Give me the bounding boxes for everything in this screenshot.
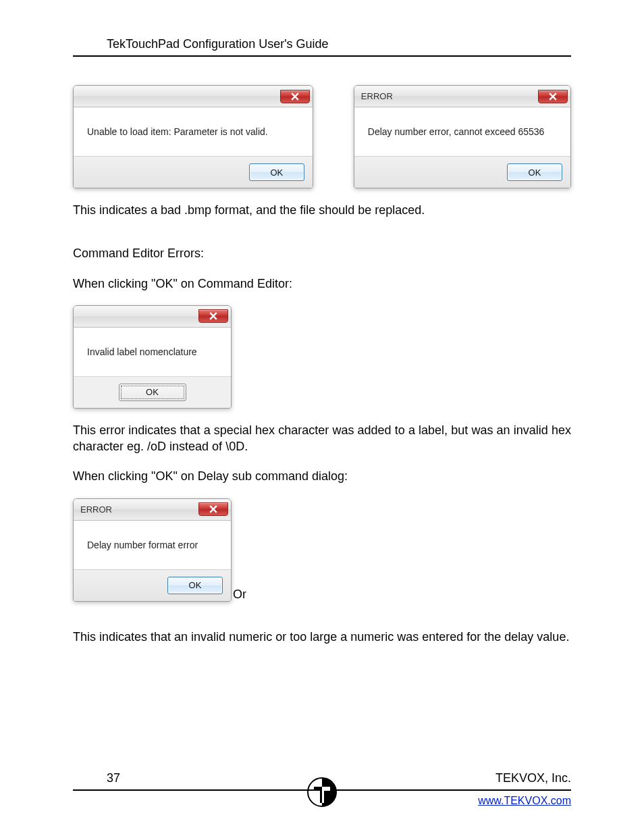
dialog-titlebar: ERROR <box>354 86 570 107</box>
close-button[interactable] <box>280 90 310 103</box>
dialog-titlebar: ERROR <box>74 499 231 521</box>
dialog-message: Invalid label nomenclature <box>74 328 231 376</box>
tekvox-logo-icon <box>307 777 337 807</box>
dialog-delay-exceed: ERROR Delay number error, cannot exceed … <box>354 85 571 188</box>
paragraph: When clicking "OK" on Delay sub command … <box>73 468 571 484</box>
close-icon <box>209 505 217 513</box>
dialog-title: ERROR <box>361 91 393 101</box>
close-button[interactable] <box>198 309 228 323</box>
dialog-titlebar <box>74 86 313 107</box>
document-title: TekTouchPad Configuration User's Guide <box>107 37 329 51</box>
dialog-message: Delay number error, cannot exceed 65536 <box>354 107 570 156</box>
page-footer: 37 TEKVOX, Inc. www.TEKVOX.com <box>73 771 571 807</box>
close-button[interactable] <box>198 502 228 516</box>
dialog-delay-format-error: ERROR Delay number format error OK <box>73 498 232 602</box>
close-icon <box>291 93 299 101</box>
dialog-invalid-parameter: Unable to load item: Parameter is not va… <box>73 85 313 188</box>
dialog-message: Delay number format error <box>74 521 231 569</box>
dialog-footer: OK <box>354 156 570 188</box>
paragraph: When clicking "OK" on Command Editor: <box>73 276 571 292</box>
company-name: TEKVOX, Inc. <box>495 771 571 785</box>
dialog-footer: OK <box>74 376 231 408</box>
ok-button[interactable]: OK <box>249 163 304 181</box>
paragraph-heading: Command Editor Errors: <box>73 245 571 261</box>
dialog-footer: OK <box>74 569 231 601</box>
dialog-footer: OK <box>74 156 313 188</box>
or-label: Or <box>233 588 246 602</box>
ok-button[interactable]: OK <box>119 384 186 401</box>
paragraph: This indicates that an invalid numeric o… <box>73 629 571 645</box>
close-icon <box>549 93 557 101</box>
dialog-invalid-label: Invalid label nomenclature OK <box>73 305 232 409</box>
footer-logo <box>307 777 337 810</box>
paragraph: This error indicates that a special hex … <box>73 422 571 455</box>
ok-button[interactable]: OK <box>167 577 223 594</box>
paragraph: This indicates a bad .bmp format, and th… <box>73 202 571 218</box>
close-button[interactable] <box>538 90 568 103</box>
document-header: TekTouchPad Configuration User's Guide <box>73 37 571 57</box>
dialog-message: Unable to load item: Parameter is not va… <box>74 107 313 156</box>
page-number: 37 <box>107 771 120 785</box>
ok-button[interactable]: OK <box>507 163 562 181</box>
dialog-titlebar <box>74 306 231 328</box>
dialog-title: ERROR <box>80 504 112 515</box>
close-icon <box>209 312 217 320</box>
